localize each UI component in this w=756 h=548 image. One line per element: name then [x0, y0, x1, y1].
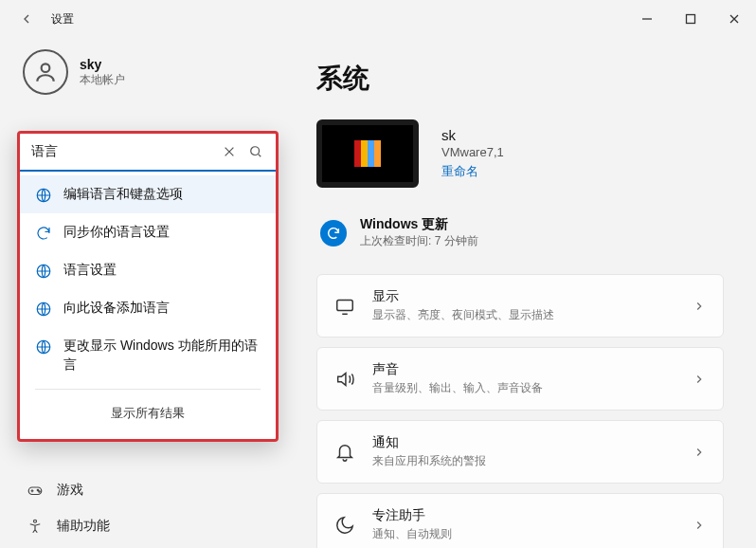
sync-icon — [35, 225, 52, 242]
device-model: VMware7,1 — [441, 145, 504, 159]
close-button[interactable] — [712, 0, 756, 38]
card-title: 显示 — [372, 288, 675, 305]
chevron-right-icon — [693, 519, 706, 532]
bell-icon — [334, 442, 355, 463]
gamepad-icon — [27, 482, 44, 499]
page-title: 系统 — [316, 61, 724, 97]
suggestion-item-0[interactable]: 编辑语言和键盘选项 — [20, 175, 276, 213]
moon-icon — [334, 515, 355, 536]
maximize-button[interactable] — [669, 0, 712, 38]
globe-icon — [35, 301, 52, 318]
account-block[interactable]: sky 本地帐户 — [13, 42, 282, 112]
suggestion-item-2[interactable]: 语言设置 — [20, 251, 276, 289]
device-name: sk — [441, 127, 504, 143]
svg-rect-0 — [687, 15, 695, 24]
card-notifications[interactable]: 通知 来自应用和系统的警报 — [316, 420, 724, 484]
update-title: Windows 更新 — [360, 216, 478, 233]
clear-icon[interactable] — [221, 143, 238, 160]
suggestion-item-4[interactable]: 更改显示 Windows 功能所用的语言 — [20, 327, 276, 383]
account-name: sky — [80, 57, 125, 72]
card-title: 通知 — [372, 434, 675, 451]
svg-point-8 — [37, 489, 39, 491]
show-all-results[interactable]: 显示所有结果 — [20, 395, 276, 428]
suggestion-item-3[interactable]: 向此设备添加语言 — [20, 289, 276, 327]
card-sub: 来自应用和系统的警报 — [372, 453, 675, 469]
globe-icon — [35, 187, 52, 204]
minimize-button[interactable] — [625, 0, 669, 38]
card-sub: 音量级别、输出、输入、声音设备 — [372, 380, 675, 396]
svg-point-9 — [39, 491, 41, 493]
windows-update-row[interactable]: Windows 更新 上次检查时间: 7 分钟前 — [316, 209, 724, 257]
svg-point-2 — [251, 147, 260, 155]
suggestion-label: 语言设置 — [63, 261, 117, 280]
search-suggestions-panel: 编辑语言和键盘选项 同步你的语言设置 语言设置 向此设备添加语言 更改显示 Wi… — [17, 131, 279, 442]
card-focus-assist[interactable]: 专注助手 通知、自动规则 — [316, 493, 724, 548]
suggestion-label: 更改显示 Windows 功能所用的语言 — [63, 337, 261, 374]
globe-icon — [35, 338, 52, 356]
display-icon — [334, 296, 355, 317]
globe-icon — [35, 263, 52, 280]
nav-item-gaming[interactable]: 游戏 — [13, 472, 282, 508]
nav-label: 游戏 — [57, 482, 83, 499]
suggestion-label: 同步你的语言设置 — [63, 223, 170, 242]
device-info: sk VMware7,1 重命名 — [316, 119, 724, 188]
suggestion-label: 编辑语言和键盘选项 — [63, 185, 183, 204]
nav-label: 辅助功能 — [57, 518, 110, 535]
device-thumbnail — [316, 119, 419, 188]
chevron-right-icon — [693, 373, 706, 386]
card-title: 声音 — [372, 361, 675, 378]
card-sub: 通知、自动规则 — [372, 526, 675, 542]
chevron-right-icon — [693, 446, 706, 459]
accessibility-icon — [27, 518, 44, 535]
suggestion-label: 向此设备添加语言 — [63, 299, 170, 318]
search-icon[interactable] — [247, 143, 264, 160]
update-sub: 上次检查时间: 7 分钟前 — [360, 233, 478, 249]
sound-icon — [334, 369, 355, 390]
nav-item-accessibility[interactable]: 辅助功能 — [13, 508, 282, 544]
app-title: 设置 — [51, 11, 74, 27]
back-button[interactable] — [15, 8, 38, 30]
search-input[interactable] — [31, 144, 211, 159]
card-display[interactable]: 显示 显示器、亮度、夜间模式、显示描述 — [316, 274, 724, 338]
update-icon — [320, 220, 347, 247]
avatar-icon — [23, 49, 68, 95]
svg-point-1 — [42, 64, 50, 72]
svg-point-10 — [34, 520, 37, 522]
rename-link[interactable]: 重命名 — [441, 163, 478, 180]
account-type: 本地帐户 — [80, 72, 125, 88]
suggestion-item-1[interactable]: 同步你的语言设置 — [20, 213, 276, 251]
card-sound[interactable]: 声音 音量级别、输出、输入、声音设备 — [316, 347, 724, 411]
card-sub: 显示器、亮度、夜间模式、显示描述 — [372, 307, 675, 323]
svg-rect-11 — [337, 300, 353, 310]
divider — [35, 389, 261, 390]
card-title: 专注助手 — [372, 507, 675, 524]
chevron-right-icon — [693, 300, 706, 313]
nav-item-privacy[interactable]: 隐私和安全性 — [13, 544, 282, 548]
